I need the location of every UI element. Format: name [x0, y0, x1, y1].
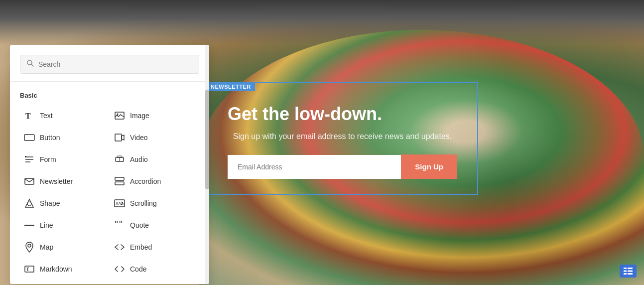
svg-rect-6 [115, 134, 122, 141]
sidebar-item-quote[interactable]: " " Quote [110, 215, 199, 236]
svg-rect-15 [115, 177, 124, 180]
sidebar-item-scrolling[interactable]: AAA Scrolling [110, 193, 199, 214]
sidebar-panel: Basic T Text Image [10, 45, 209, 284]
accordion-label: Accordion [130, 177, 161, 185]
sidebar-item-embed[interactable]: Embed [110, 237, 199, 258]
list-icon [624, 268, 633, 275]
svg-point-17 [27, 202, 31, 206]
embed-icon [114, 242, 125, 253]
sidebar-item-audio[interactable]: Audio [110, 149, 199, 170]
audio-label: Audio [130, 155, 148, 163]
map-label: Map [40, 243, 53, 251]
svg-rect-16 [115, 182, 124, 185]
panel-content: Basic T Text Image [10, 82, 209, 284]
newsletter-block: NEWSLETTER Get the low-down. Sign up wit… [207, 82, 478, 195]
shape-icon [24, 198, 35, 209]
svg-rect-28 [624, 271, 627, 272]
sidebar-item-form[interactable]: Form [20, 149, 109, 170]
svg-rect-30 [628, 268, 633, 269]
embed-label: Embed [130, 243, 152, 251]
sidebar-item-button[interactable]: Button [20, 127, 109, 148]
signup-button[interactable]: Sign Up [401, 154, 457, 179]
svg-point-4 [117, 114, 119, 115]
newsletter-tag: NEWSLETTER [207, 82, 255, 91]
line-icon [24, 220, 35, 231]
line-label: Line [40, 221, 53, 229]
newsletter-title: Get the low-down. [228, 103, 457, 125]
image-icon [114, 110, 125, 121]
svg-rect-5 [24, 135, 34, 141]
text-icon: T [24, 110, 35, 121]
quote-label: Quote [130, 221, 149, 229]
sidebar-item-video[interactable]: Video [110, 127, 199, 148]
video-label: Video [130, 134, 148, 142]
form-icon [24, 154, 35, 165]
sidebar-item-markdown[interactable]: T Markdown [20, 259, 109, 280]
sidebar-item-newsletter[interactable]: Newsletter [20, 171, 109, 192]
section-basic-title: Basic [20, 92, 199, 99]
code-icon [114, 264, 125, 275]
svg-rect-10 [25, 156, 26, 157]
svg-text:T: T [26, 267, 29, 272]
sidebar-item-accordion[interactable]: Accordion [110, 171, 199, 192]
svg-rect-14 [25, 178, 34, 184]
search-area [10, 45, 209, 82]
search-box [20, 55, 199, 74]
svg-rect-12 [117, 156, 122, 157]
svg-rect-31 [628, 271, 633, 272]
button-icon [24, 132, 35, 143]
newsletter-label: Newsletter [40, 177, 73, 185]
newsletter-icon [24, 176, 35, 187]
sidebar-item-map[interactable]: Map [20, 237, 109, 258]
button-label: Button [40, 134, 60, 142]
image-label: Image [130, 112, 149, 120]
sidebar-item-image[interactable]: Image [110, 105, 199, 126]
bottom-right-widget[interactable] [620, 265, 637, 278]
svg-rect-27 [624, 268, 627, 269]
markdown-label: Markdown [40, 265, 72, 273]
audio-icon [114, 154, 125, 165]
video-icon [114, 132, 125, 143]
email-input[interactable] [228, 155, 401, 179]
sidebar-item-line[interactable]: Line [20, 215, 109, 236]
map-icon [24, 242, 35, 253]
search-icon [26, 59, 34, 69]
items-grid: T Text Image [20, 105, 199, 280]
svg-text:T: T [25, 112, 31, 120]
svg-point-23 [28, 244, 31, 247]
svg-rect-29 [624, 273, 627, 275]
newsletter-form: Sign Up [228, 154, 457, 179]
accordion-icon [114, 176, 125, 187]
svg-rect-32 [628, 273, 633, 275]
svg-text:": " [115, 221, 118, 230]
sidebar-item-text[interactable]: T Text [20, 105, 109, 126]
text-label: Text [40, 112, 53, 120]
form-label: Form [40, 155, 56, 163]
shape-label: Shape [40, 199, 60, 207]
search-input[interactable] [38, 60, 193, 68]
newsletter-subtitle: Sign up with your email address to recei… [228, 131, 457, 142]
sidebar-item-shape[interactable]: Shape [20, 193, 109, 214]
svg-text:": " [119, 221, 123, 230]
scrollbar-thumb[interactable] [205, 90, 209, 189]
scrolling-icon: AAA [114, 198, 125, 209]
markdown-icon: T [24, 264, 35, 275]
code-label: Code [130, 265, 146, 273]
quote-icon: " " [114, 220, 125, 231]
scrolling-label: Scrolling [130, 199, 157, 207]
sidebar-item-code[interactable]: Code [110, 259, 199, 280]
svg-line-1 [31, 64, 33, 66]
